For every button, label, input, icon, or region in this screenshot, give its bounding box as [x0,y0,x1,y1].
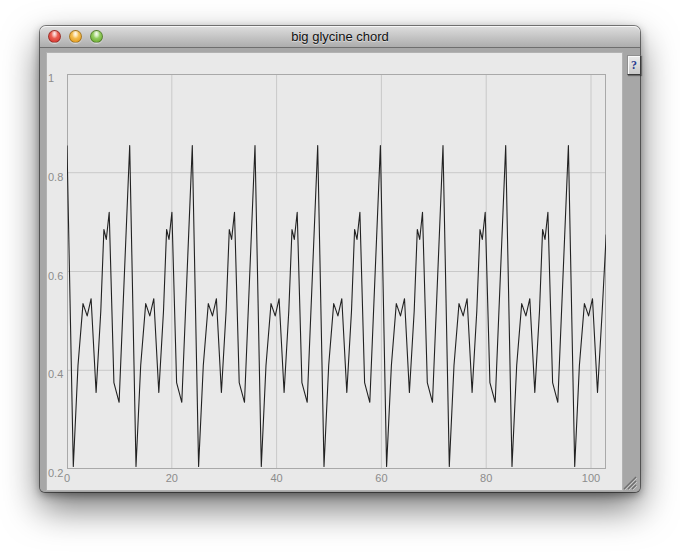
resize-grip-icon[interactable] [620,475,638,490]
waveform-line [67,146,606,467]
app-window: big glycine chord 10.80.60.40.2020406080… [40,26,640,492]
figure-panel: 10.80.60.40.2020406080100 [46,52,623,491]
minimize-button[interactable] [69,30,82,43]
y-tick-label: 1 [48,73,54,84]
window-content: 10.80.60.40.2020406080100 [40,48,640,492]
waveform-chart [67,74,606,469]
title-bar[interactable]: big glycine chord [40,26,640,48]
x-tick-label: 100 [576,473,606,484]
y-tick-label: 0.6 [48,271,63,282]
desktop-background: big glycine chord 10.80.60.40.2020406080… [0,0,680,552]
x-tick-label: 60 [366,473,396,484]
x-tick-label: 20 [157,473,187,484]
help-button[interactable]: ? [627,55,641,75]
x-tick-label: 40 [262,473,292,484]
window-controls [48,30,103,43]
x-tick-label: 0 [52,473,82,484]
y-tick-label: 0.4 [48,369,63,380]
x-tick-label: 80 [471,473,501,484]
close-button[interactable] [48,30,61,43]
window-title: big glycine chord [40,26,640,48]
zoom-button[interactable] [90,30,103,43]
y-tick-label: 0.8 [48,172,63,183]
